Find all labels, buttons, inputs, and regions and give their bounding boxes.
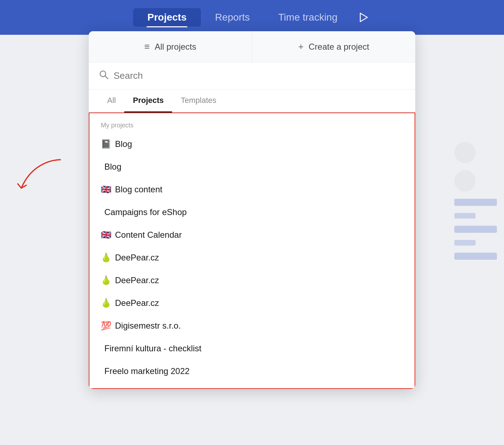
- project-emoji: 🍐: [101, 253, 111, 263]
- nav-item-time-tracking[interactable]: Time tracking: [264, 8, 352, 27]
- svg-point-1: [100, 71, 106, 77]
- background-side: [454, 142, 497, 260]
- project-name: Campaigns for eShop: [104, 207, 187, 217]
- tabs-row: All Projects Templates: [89, 89, 415, 112]
- list-item[interactable]: 🍐 DeePear.cz: [89, 246, 415, 269]
- project-name: Blog: [104, 162, 121, 172]
- nav-item-projects[interactable]: Projects: [133, 8, 201, 27]
- project-name: Blog: [115, 139, 132, 149]
- project-emoji: 💯: [101, 321, 111, 331]
- list-item[interactable]: Firemní kultura - checklist: [89, 337, 415, 360]
- list-icon: ≡: [144, 41, 149, 52]
- project-name: Freelo marketing 2022: [104, 366, 190, 376]
- list-item[interactable]: Campaigns for eShop: [89, 201, 415, 224]
- create-project-button[interactable]: + Create a project: [252, 31, 416, 62]
- tab-all[interactable]: All: [99, 89, 124, 112]
- project-list-scroll[interactable]: My projects 📓 Blog Blog 🇬🇧 Blog content …: [89, 113, 415, 388]
- project-name: DeePear.cz: [115, 298, 159, 308]
- list-item[interactable]: 🇬🇧 Content Calendar: [89, 224, 415, 246]
- play-icon[interactable]: [355, 10, 371, 25]
- list-item[interactable]: Freelo marketing 2022: [89, 360, 415, 383]
- all-projects-button[interactable]: ≡ All projects: [89, 31, 252, 62]
- tab-templates[interactable]: Templates: [172, 89, 225, 112]
- list-item[interactable]: 🇬🇧 Blog content: [89, 178, 415, 201]
- project-name: DeePear.cz: [115, 275, 159, 285]
- project-list-container: My projects 📓 Blog Blog 🇬🇧 Blog content …: [89, 112, 415, 389]
- list-item[interactable]: 📓 Blog: [89, 133, 415, 155]
- search-icon: [99, 70, 109, 82]
- list-item[interactable]: 🍐 DeePear.cz: [89, 292, 415, 314]
- all-projects-label: All projects: [155, 42, 196, 52]
- project-emoji: 🇬🇧: [101, 185, 111, 194]
- project-emoji: 🍐: [101, 298, 111, 308]
- search-input[interactable]: [114, 70, 405, 81]
- project-name: Digisemestr s.r.o.: [115, 321, 181, 331]
- top-nav: Projects Reports Time tracking: [0, 0, 504, 35]
- project-name: Blog content: [115, 185, 162, 194]
- create-project-label: Create a project: [308, 42, 369, 52]
- projects-dropdown: ≡ All projects + Create a project All Pr…: [89, 31, 415, 389]
- project-name: Content Calendar: [115, 230, 182, 240]
- list-item[interactable]: 🍐 DeePear.cz: [89, 269, 415, 292]
- svg-marker-0: [360, 13, 367, 22]
- project-emoji: 🇬🇧: [101, 230, 111, 240]
- section-label-my-projects: My projects: [89, 119, 415, 133]
- top-buttons-row: ≡ All projects + Create a project: [89, 31, 415, 62]
- project-emoji: 🍐: [101, 275, 111, 285]
- plus-icon: +: [298, 41, 303, 52]
- search-row: [89, 62, 415, 89]
- project-emoji: 📓: [101, 139, 111, 149]
- svg-line-2: [105, 76, 108, 79]
- project-name: DeePear.cz: [115, 253, 159, 263]
- list-item[interactable]: Blog: [89, 155, 415, 178]
- list-item[interactable]: 💯 Digisemestr s.r.o.: [89, 314, 415, 337]
- tab-projects[interactable]: Projects: [124, 89, 172, 112]
- project-name: Firemní kultura - checklist: [104, 344, 201, 353]
- nav-item-reports[interactable]: Reports: [201, 8, 264, 27]
